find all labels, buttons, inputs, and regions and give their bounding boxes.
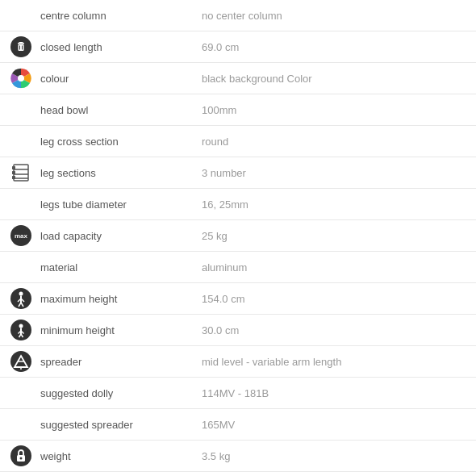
spec-label-material: material — [40, 261, 202, 274]
spec-label-leg-sections: leg sections — [40, 167, 202, 179]
spec-value-material: aluminum — [202, 261, 468, 274]
leg-sections-icon — [8, 162, 34, 183]
spec-label-maximum-height: maximum height — [40, 293, 202, 305]
svg-rect-14 — [12, 176, 15, 179]
spec-value-head-bowl: 100mm — [202, 104, 468, 116]
min-height-icon — [8, 320, 34, 340]
spec-row-colour: colourblack background Color — [0, 63, 476, 94]
spec-row-leg-sections: leg sections3 number — [0, 157, 476, 189]
spec-label-load-capacity: load capacity — [40, 230, 202, 242]
svg-rect-2 — [19, 42, 23, 44]
load-icon: max — [8, 225, 34, 246]
none-icon — [8, 99, 34, 120]
spec-label-head-bowl: head bowl — [40, 104, 202, 116]
none-icon — [8, 382, 34, 403]
spec-label-spreader: spreader — [40, 356, 202, 368]
spec-label-closed-length: closed length — [40, 41, 202, 53]
spec-row-minimum-height: minimum height30.0 cm — [0, 315, 476, 346]
spec-label-weight: weight — [40, 450, 202, 462]
svg-point-37 — [20, 457, 23, 460]
svg-rect-12 — [12, 166, 15, 169]
color-icon — [8, 68, 34, 89]
spec-row-load-capacity: max load capacity25 kg — [0, 220, 476, 252]
spec-row-spreader: spreadermid level - variable arm length — [0, 346, 476, 378]
spec-row-legs-tube-diameter: legs tube diameter16, 25mm — [0, 189, 476, 220]
spec-row-suggested-spreader: suggested spreader165MV — [0, 409, 476, 441]
spec-value-centre-column: no center column — [202, 10, 468, 22]
svg-rect-13 — [12, 171, 15, 174]
max-height-icon — [8, 288, 34, 309]
svg-point-25 — [19, 324, 23, 328]
weight-icon — [8, 445, 34, 466]
svg-point-18 — [19, 292, 23, 296]
spec-value-maximum-height: 154.0 cm — [202, 293, 468, 305]
none-icon — [8, 194, 34, 215]
svg-rect-5 — [22, 46, 23, 50]
spec-row-weight: weight3.5 kg — [0, 441, 476, 472]
spec-value-spreader: mid level - variable arm length — [202, 356, 468, 368]
none-icon — [8, 131, 34, 152]
spec-value-legs-tube-diameter: 16, 25mm — [202, 198, 468, 211]
spec-table: centre columnno center column closed len… — [0, 0, 476, 472]
none-icon — [8, 257, 34, 278]
spec-row-closed-length: closed length69.0 cm — [0, 31, 476, 63]
spec-label-suggested-spreader: suggested spreader — [40, 419, 202, 431]
none-icon — [8, 414, 34, 435]
spec-value-suggested-dolly: 114MV - 181B — [202, 387, 468, 399]
spec-label-centre-column: centre column — [40, 10, 202, 22]
svg-text:max: max — [15, 232, 28, 240]
spec-label-leg-cross-section: leg cross section — [40, 136, 202, 148]
spec-label-suggested-dolly: suggested dolly — [40, 387, 202, 399]
spec-row-material: materialaluminum — [0, 252, 476, 283]
spec-value-leg-cross-section: round — [202, 136, 468, 148]
spec-row-suggested-dolly: suggested dolly114MV - 181B — [0, 378, 476, 409]
spec-label-colour: colour — [40, 73, 202, 85]
spec-row-leg-cross-section: leg cross sectionround — [0, 126, 476, 157]
spec-row-centre-column: centre columnno center column — [0, 0, 476, 31]
spec-value-leg-sections: 3 number — [202, 167, 468, 179]
spreader-icon — [8, 351, 34, 372]
spec-row-maximum-height: maximum height154.0 cm — [0, 283, 476, 315]
spec-row-head-bowl: head bowl100mm — [0, 94, 476, 126]
svg-rect-3 — [19, 44, 24, 51]
spec-value-closed-length: 69.0 cm — [202, 41, 468, 53]
svg-point-7 — [18, 75, 24, 81]
spec-value-suggested-spreader: 165MV — [202, 419, 468, 431]
spec-value-load-capacity: 25 kg — [202, 230, 468, 242]
trash-icon — [8, 36, 34, 57]
spec-label-minimum-height: minimum height — [40, 324, 202, 336]
spec-value-colour: black background Color — [202, 73, 468, 85]
spec-label-legs-tube-diameter: legs tube diameter — [40, 198, 202, 211]
spec-value-minimum-height: 30.0 cm — [202, 324, 468, 336]
spec-value-weight: 3.5 kg — [202, 450, 468, 462]
none-icon — [8, 5, 34, 26]
svg-rect-4 — [19, 46, 20, 50]
